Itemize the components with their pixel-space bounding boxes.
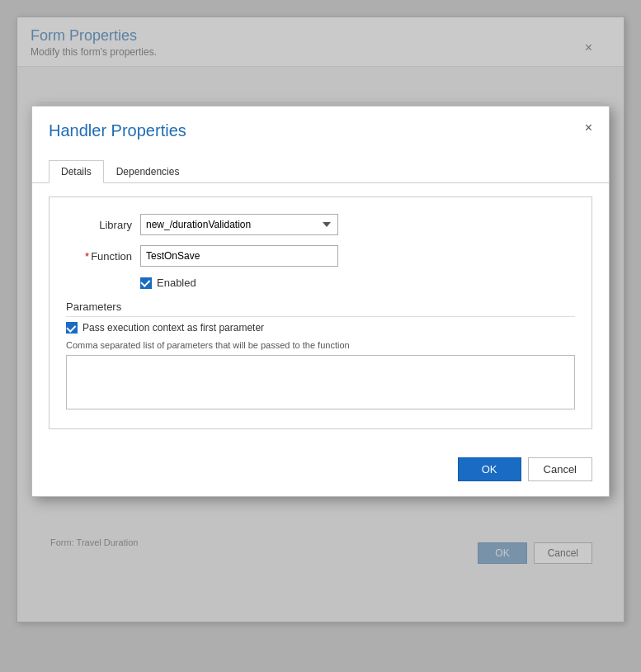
cancel-button[interactable]: Cancel (528, 457, 592, 481)
library-select[interactable]: new_/durationValidation (140, 214, 338, 235)
tabs-bar: Details Dependencies (32, 160, 609, 183)
function-input[interactable] (140, 245, 338, 267)
tab-details[interactable]: Details (49, 160, 104, 183)
parameters-section: Parameters Pass execution context as fir… (66, 301, 575, 412)
library-label: Library (66, 219, 140, 231)
pass-context-checkbox[interactable] (66, 322, 78, 334)
parameters-label: Parameters (66, 301, 575, 317)
handler-properties-dialog: Handler Properties × Details Dependencie… (31, 106, 610, 497)
library-control: new_/durationValidation (140, 214, 575, 235)
param-textarea[interactable] (66, 355, 575, 409)
enabled-checkbox[interactable] (140, 277, 152, 289)
dialog-footer: OK Cancel (32, 446, 609, 496)
ok-button[interactable]: OK (458, 457, 521, 481)
dialog-header: Handler Properties × (32, 106, 609, 154)
function-row: *Function (66, 245, 575, 267)
param-description: Comma separated list of parameters that … (66, 340, 575, 350)
enabled-label: Enabled (157, 277, 196, 289)
tab-dependencies[interactable]: Dependencies (104, 160, 192, 183)
library-row: Library new_/durationValidation (66, 214, 575, 235)
dialog-close-icon[interactable]: × (585, 121, 592, 135)
pass-context-label: Pass execution context as first paramete… (82, 322, 264, 334)
tab-content-area: Library new_/durationValidation *Functio… (32, 183, 609, 446)
dialog-title: Handler Properties (49, 121, 592, 140)
function-control (140, 245, 575, 267)
inner-content-box: Library new_/durationValidation *Functio… (49, 196, 592, 429)
pass-context-row: Pass execution context as first paramete… (66, 322, 575, 334)
required-star: * (85, 250, 89, 263)
function-label: *Function (66, 250, 140, 263)
enabled-row: Enabled (140, 277, 575, 289)
